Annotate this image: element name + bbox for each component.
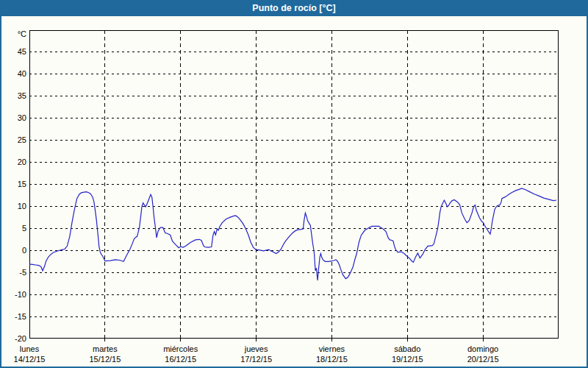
y-tick-label: -10 — [0, 290, 26, 300]
x-day-date-label: 16/12/15 — [165, 355, 196, 364]
x-day-date-label: 14/12/15 — [14, 355, 46, 364]
dew-point-series-line — [29, 188, 556, 280]
y-tick-label: 10 — [0, 202, 26, 211]
app-window: Punto de rocío [°C] °C 45403530252015105… — [0, 0, 588, 368]
x-day-name-label: domingo — [467, 344, 498, 354]
y-tick-label: 15 — [0, 180, 26, 189]
y-tick-label: 20 — [0, 158, 26, 167]
y-tick-label: -20 — [0, 334, 26, 344]
x-day-name-label: lunes — [20, 344, 39, 354]
y-tick-label: 45 — [0, 47, 26, 57]
x-day-name-label: jueves — [245, 344, 268, 354]
y-tick-label: -5 — [0, 268, 26, 277]
y-tick-label: 30 — [0, 113, 26, 123]
y-tick-label: 0 — [0, 246, 26, 255]
y-tick-label: 40 — [0, 69, 26, 79]
y-tick-label: 25 — [0, 135, 26, 145]
x-day-date-label: 17/12/15 — [240, 355, 272, 364]
x-day-name-label: viernes — [319, 344, 345, 354]
plot-area — [29, 30, 559, 339]
x-day-date-label: 18/12/15 — [316, 355, 348, 364]
x-day-name-label: martes — [93, 344, 118, 354]
y-tick-label: 35 — [0, 91, 26, 101]
y-tick-label: 5 — [0, 224, 26, 233]
y-tick-label: -15 — [0, 312, 26, 322]
x-day-date-label: 19/12/15 — [392, 355, 423, 364]
x-day-name-label: sábado — [394, 344, 420, 354]
window-title: Punto de rocío [°C] — [252, 3, 335, 13]
x-day-date-label: 15/12/15 — [89, 355, 121, 364]
x-day-name-label: miércoles — [163, 344, 198, 354]
y-axis-unit-label: °C — [0, 29, 26, 39]
x-day-date-label: 20/12/15 — [467, 355, 499, 364]
window-titlebar: Punto de rocío [°C] — [0, 0, 588, 16]
